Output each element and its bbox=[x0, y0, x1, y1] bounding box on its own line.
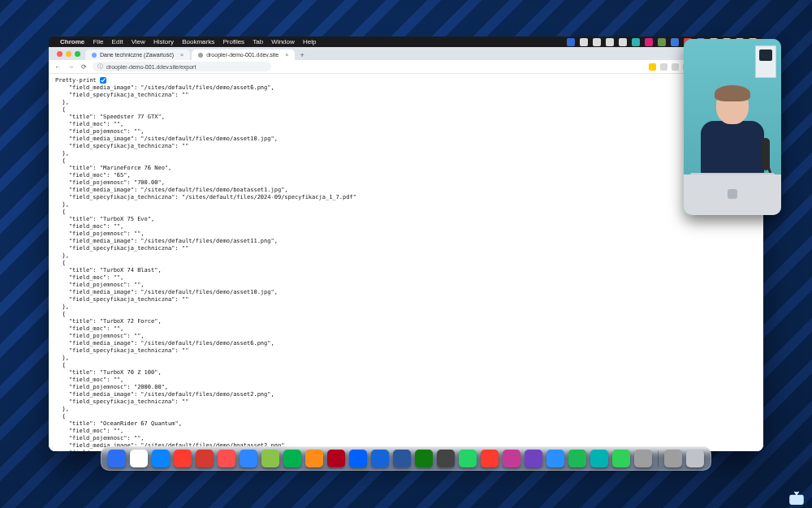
menubar-status-icon[interactable] bbox=[671, 38, 679, 46]
dock-app-icon[interactable] bbox=[634, 450, 652, 467]
dock-app-icon[interactable] bbox=[503, 450, 520, 467]
browser-tab[interactable]: Dane techniczne (Zawartość) × bbox=[85, 50, 190, 60]
dock-app-icon[interactable] bbox=[240, 450, 257, 467]
menubar-left: Chrome File Edit View History Bookmarks … bbox=[60, 38, 322, 45]
window-traffic-lights bbox=[57, 51, 80, 57]
dock-app-icon[interactable] bbox=[218, 450, 235, 467]
nav-back-icon[interactable]: ← bbox=[54, 63, 62, 71]
menubar-item[interactable]: File bbox=[93, 38, 103, 45]
dock-separator bbox=[658, 450, 659, 467]
wall-poster bbox=[755, 45, 776, 78]
dock-app-icon[interactable] bbox=[152, 450, 170, 467]
browser-tab-active[interactable]: droopler-demo-001.ddev.site × bbox=[192, 50, 295, 60]
menubar-item[interactable]: Tab bbox=[253, 38, 263, 45]
window-zoom-icon[interactable] bbox=[75, 51, 80, 57]
tab-favicon-icon bbox=[92, 53, 97, 58]
menubar-status-icon[interactable] bbox=[567, 38, 575, 46]
dock-app-icon[interactable] bbox=[371, 450, 389, 467]
menubar-item[interactable]: Bookmarks bbox=[182, 38, 214, 45]
dock-app-icon[interactable] bbox=[481, 450, 499, 467]
dock-app-icon[interactable] bbox=[283, 450, 301, 467]
menubar-status-icon[interactable] bbox=[606, 38, 614, 46]
svg-rect-0 bbox=[791, 496, 802, 503]
menubar-item[interactable]: Profiles bbox=[222, 38, 244, 45]
dock-app-icon[interactable] bbox=[415, 450, 433, 467]
dock-app-icon[interactable] bbox=[305, 450, 323, 467]
tab-title: droopler-demo-001.ddev.site bbox=[206, 52, 279, 58]
nav-forward-icon[interactable]: → bbox=[67, 63, 75, 71]
extension-icon[interactable] bbox=[660, 63, 667, 71]
extension-icon[interactable] bbox=[649, 63, 656, 71]
tab-title: Dane techniczne (Zawartość) bbox=[100, 52, 174, 58]
dock-app-icon[interactable] bbox=[327, 450, 345, 467]
menubar-item[interactable]: History bbox=[153, 38, 174, 45]
site-info-icon[interactable]: ⓘ bbox=[97, 62, 103, 71]
dock-app-icon[interactable] bbox=[349, 450, 367, 467]
chrome-tab-strip: Dane techniczne (Zawartość) × droopler-d… bbox=[49, 47, 763, 60]
menubar-status-icon[interactable] bbox=[658, 38, 666, 46]
menubar-status-icon[interactable] bbox=[580, 38, 588, 46]
pretty-print-checkbox[interactable] bbox=[100, 77, 106, 84]
menubar-status-icon[interactable] bbox=[593, 38, 601, 46]
dock-app-icon[interactable] bbox=[437, 450, 455, 467]
new-tab-button[interactable]: + bbox=[296, 50, 308, 60]
laptop-back bbox=[684, 174, 781, 215]
menubar-item[interactable]: Edit bbox=[112, 38, 123, 45]
page-content-json[interactable]: Pretty-print "field_media_image": "/site… bbox=[49, 74, 763, 451]
menubar-item[interactable]: Window bbox=[271, 38, 294, 45]
menubar-status-icon[interactable] bbox=[632, 38, 640, 46]
window-close-icon[interactable] bbox=[57, 51, 63, 57]
url-text: droopler-demo-001.ddev.site/export bbox=[106, 64, 196, 70]
dock-app-icon[interactable] bbox=[196, 450, 214, 467]
presenter-figure bbox=[700, 87, 765, 176]
watermark-tv-icon bbox=[788, 491, 806, 506]
dock-app-icon[interactable] bbox=[664, 450, 682, 467]
desktop-background: Chrome File Edit View History Bookmarks … bbox=[0, 0, 812, 508]
dock-app-icon[interactable] bbox=[686, 450, 704, 467]
json-body: "field_media_image": "/sites/default/fil… bbox=[55, 84, 356, 451]
address-bar[interactable]: ⓘ droopler-demo-001.ddev.site/export bbox=[93, 62, 271, 71]
menubar-status-icon[interactable] bbox=[619, 38, 627, 46]
menubar-item[interactable]: View bbox=[132, 38, 145, 45]
tab-close-icon[interactable]: × bbox=[282, 52, 288, 58]
chrome-toolbar: ← → ⟳ ⓘ droopler-demo-001.ddev.site/expo… bbox=[49, 60, 763, 74]
menubar-status-icon[interactable] bbox=[645, 38, 653, 46]
dock-app-icon[interactable] bbox=[459, 450, 477, 467]
window-minimize-icon[interactable] bbox=[66, 51, 71, 57]
nav-reload-icon[interactable]: ⟳ bbox=[80, 63, 88, 71]
webcam-overlay bbox=[684, 39, 781, 215]
dock-app-icon[interactable] bbox=[612, 450, 630, 467]
extension-icon[interactable] bbox=[672, 63, 679, 71]
dock-app-icon[interactable] bbox=[568, 450, 586, 467]
tab-favicon-icon bbox=[198, 53, 203, 58]
dock-app-icon[interactable] bbox=[546, 450, 564, 467]
macos-menubar: Chrome File Edit View History Bookmarks … bbox=[49, 37, 763, 47]
dock-app-icon[interactable] bbox=[174, 450, 192, 467]
dock-app-icon[interactable] bbox=[130, 450, 148, 467]
dock-app-icon[interactable] bbox=[525, 450, 542, 467]
chrome-window: Dane techniczne (Zawartość) × droopler-d… bbox=[49, 47, 763, 451]
dock-app-icon[interactable] bbox=[108, 450, 126, 467]
macos-dock bbox=[101, 446, 711, 471]
tab-close-icon[interactable]: × bbox=[177, 52, 184, 58]
dock-app-icon[interactable] bbox=[261, 450, 279, 467]
pretty-print-label: Pretty-print bbox=[55, 77, 97, 84]
menubar-app-name[interactable]: Chrome bbox=[60, 38, 84, 45]
dock-app-icon[interactable] bbox=[393, 450, 411, 467]
dock-app-icon[interactable] bbox=[590, 450, 608, 467]
menubar-item[interactable]: Help bbox=[303, 38, 316, 45]
microphone-icon bbox=[762, 138, 770, 170]
